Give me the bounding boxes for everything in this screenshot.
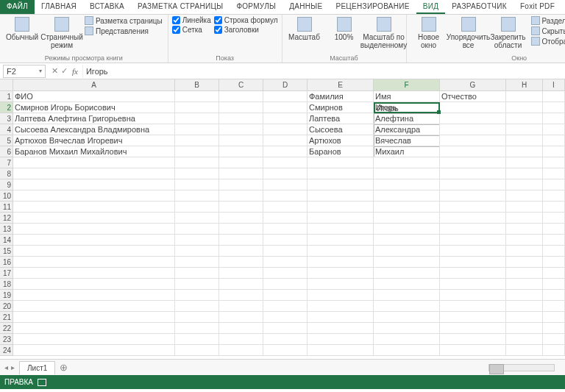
cell-B20[interactable] bbox=[175, 301, 219, 312]
tab-вставка[interactable]: ВСТАВКА bbox=[83, 0, 131, 14]
cell-A23[interactable] bbox=[13, 334, 175, 345]
row-header-10[interactable]: 10 bbox=[0, 190, 13, 202]
cell-F6[interactable]: Михаил bbox=[374, 146, 440, 157]
cell-I15[interactable] bbox=[543, 246, 565, 257]
cell-A20[interactable] bbox=[13, 301, 175, 312]
col-header-F[interactable]: F bbox=[374, 79, 440, 91]
unhide-button[interactable]: Отобразить bbox=[530, 37, 565, 46]
cell-A22[interactable] bbox=[13, 323, 175, 334]
cell-H6[interactable] bbox=[506, 146, 543, 157]
cell-I22[interactable] bbox=[543, 323, 565, 334]
row-header-21[interactable]: 21 bbox=[0, 312, 13, 323]
cell-E8[interactable] bbox=[308, 168, 374, 179]
cell-C9[interactable] bbox=[219, 179, 263, 190]
cell-A13[interactable] bbox=[13, 224, 175, 235]
cell-I20[interactable] bbox=[543, 301, 565, 312]
cell-F5[interactable]: Вячеслав bbox=[374, 135, 440, 146]
cell-E12[interactable] bbox=[308, 213, 374, 224]
tab-разработчик[interactable]: РАЗРАБОТЧИК bbox=[445, 0, 514, 14]
cell-F16[interactable] bbox=[374, 257, 440, 268]
cell-B19[interactable] bbox=[175, 290, 219, 301]
cell-B23[interactable] bbox=[175, 334, 219, 345]
cell-A3[interactable]: Лаптева Алефтина Григорьевна bbox=[13, 113, 175, 124]
cell-G3[interactable] bbox=[440, 113, 506, 124]
cell-A8[interactable] bbox=[13, 168, 175, 179]
cell-F15[interactable] bbox=[374, 246, 440, 257]
cell-H12[interactable] bbox=[506, 213, 543, 224]
cell-D11[interactable] bbox=[263, 202, 308, 213]
row-header-20[interactable]: 20 bbox=[0, 301, 13, 312]
cell-F3[interactable]: Алефтина bbox=[374, 113, 440, 124]
cell-B21[interactable] bbox=[175, 312, 219, 323]
cell-E21[interactable] bbox=[308, 312, 374, 323]
cell-G13[interactable] bbox=[440, 224, 506, 235]
cell-D5[interactable] bbox=[263, 135, 308, 146]
cell-C7[interactable] bbox=[219, 157, 263, 168]
cell-I2[interactable] bbox=[543, 102, 565, 113]
cell-E7[interactable] bbox=[308, 157, 374, 168]
cell-D23[interactable] bbox=[263, 334, 308, 345]
cell-B2[interactable] bbox=[175, 102, 219, 113]
cell-C22[interactable] bbox=[219, 323, 263, 334]
row-header-19[interactable]: 19 bbox=[0, 290, 13, 301]
row-header-17[interactable]: 17 bbox=[0, 268, 13, 279]
cell-I10[interactable] bbox=[543, 190, 565, 202]
cell-H21[interactable] bbox=[506, 312, 543, 323]
cell-I12[interactable] bbox=[543, 213, 565, 224]
cell-E1[interactable]: Фамилия bbox=[308, 91, 374, 102]
cell-E3[interactable]: Лаптева bbox=[308, 113, 374, 124]
cell-H5[interactable] bbox=[506, 135, 543, 146]
cell-H24[interactable] bbox=[506, 345, 543, 356]
col-header-A[interactable]: A bbox=[13, 79, 175, 91]
cell-D7[interactable] bbox=[263, 157, 308, 168]
cell-I1[interactable] bbox=[543, 91, 565, 102]
freeze-panes-button[interactable]: Закрепить области bbox=[490, 16, 527, 50]
cell-B24[interactable] bbox=[175, 345, 219, 356]
cell-A17[interactable] bbox=[13, 268, 175, 279]
cell-G15[interactable] bbox=[440, 246, 506, 257]
cell-C5[interactable] bbox=[219, 135, 263, 146]
cell-H15[interactable] bbox=[506, 246, 543, 257]
split-button[interactable]: Разделить bbox=[530, 16, 565, 25]
cell-I4[interactable] bbox=[543, 124, 565, 135]
cell-G7[interactable] bbox=[440, 157, 506, 168]
row-header-23[interactable]: 23 bbox=[0, 334, 13, 345]
cell-A16[interactable] bbox=[13, 257, 175, 268]
cell-I16[interactable] bbox=[543, 257, 565, 268]
tab-главная[interactable]: ГЛАВНАЯ bbox=[35, 0, 83, 14]
horizontal-scrollbar[interactable] bbox=[488, 364, 555, 371]
cell-G19[interactable] bbox=[440, 290, 506, 301]
cell-G12[interactable] bbox=[440, 213, 506, 224]
cell-B1[interactable] bbox=[175, 91, 219, 102]
cell-I8[interactable] bbox=[543, 168, 565, 179]
sheet-nav-next-icon[interactable]: ▸ bbox=[11, 363, 15, 371]
row-header-13[interactable]: 13 bbox=[0, 224, 13, 235]
cell-F13[interactable] bbox=[374, 224, 440, 235]
cell-G4[interactable] bbox=[440, 124, 506, 135]
cell-D15[interactable] bbox=[263, 246, 308, 257]
cell-I24[interactable] bbox=[543, 345, 565, 356]
cell-E4[interactable]: Сысоева bbox=[308, 124, 374, 135]
cell-F19[interactable] bbox=[374, 290, 440, 301]
cell-H23[interactable] bbox=[506, 334, 543, 345]
row-header-12[interactable]: 12 bbox=[0, 213, 13, 224]
cell-B15[interactable] bbox=[175, 246, 219, 257]
cell-H20[interactable] bbox=[506, 301, 543, 312]
cell-B8[interactable] bbox=[175, 168, 219, 179]
cell-C4[interactable] bbox=[219, 124, 263, 135]
cell-H13[interactable] bbox=[506, 224, 543, 235]
row-header-15[interactable]: 15 bbox=[0, 246, 13, 257]
row-header-2[interactable]: 2 bbox=[0, 102, 13, 113]
cell-F21[interactable] bbox=[374, 312, 440, 323]
cell-G20[interactable] bbox=[440, 301, 506, 312]
cell-C6[interactable] bbox=[219, 146, 263, 157]
tab-файл[interactable]: ФАЙЛ bbox=[0, 0, 35, 14]
row-header-6[interactable]: 6 bbox=[0, 146, 13, 157]
cell-D4[interactable] bbox=[263, 124, 308, 135]
cell-H17[interactable] bbox=[506, 268, 543, 279]
tab-рецензирование[interactable]: РЕЦЕНЗИРОВАНИЕ bbox=[329, 0, 416, 14]
cell-C14[interactable] bbox=[219, 235, 263, 246]
cell-C16[interactable] bbox=[219, 257, 263, 268]
cell-A12[interactable] bbox=[13, 213, 175, 224]
cell-H4[interactable] bbox=[506, 124, 543, 135]
